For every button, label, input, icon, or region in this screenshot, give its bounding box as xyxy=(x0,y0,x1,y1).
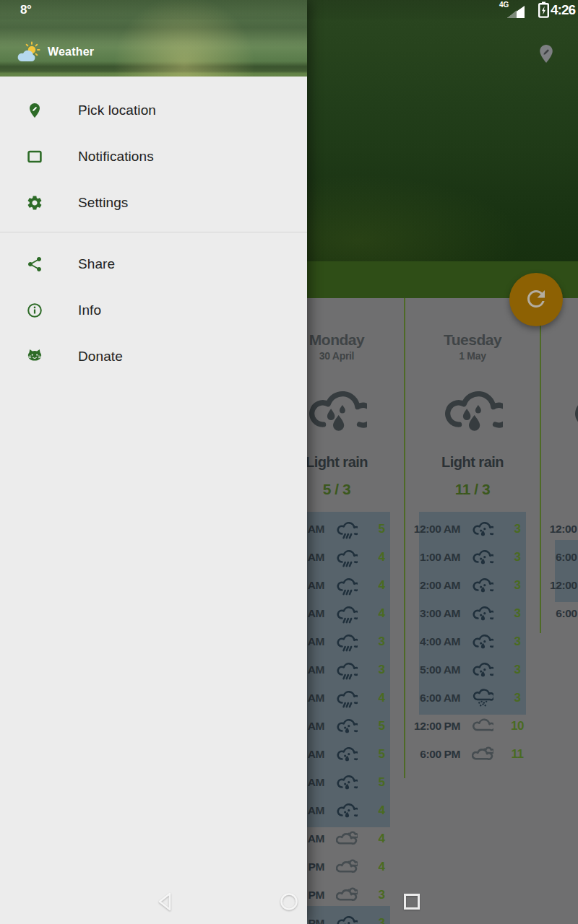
rain-icon xyxy=(332,546,361,568)
hour-temp: 3 xyxy=(504,571,530,599)
back-button[interactable] xyxy=(154,889,178,914)
hour-row: 6:00 AM3 xyxy=(405,684,540,712)
drawer-item-label: Settings xyxy=(78,195,128,211)
light-rain-icon xyxy=(468,602,497,624)
signal-strength-icon xyxy=(506,5,525,19)
hour-time: 6:00 PM xyxy=(405,740,460,768)
cloud-icon xyxy=(468,715,497,737)
recents-icon xyxy=(400,889,424,914)
high-low-temps: 11 / 3 xyxy=(405,481,540,498)
hour-temp: 4 xyxy=(368,543,394,571)
light-rain-icon xyxy=(332,912,361,924)
drawer-item-label: Notifications xyxy=(78,149,154,165)
hour-row: 12:00 AM3 xyxy=(405,515,540,543)
refresh-fab[interactable] xyxy=(509,273,563,326)
hour-temp: 3 xyxy=(368,881,394,909)
light-rain-icon xyxy=(468,630,497,653)
hour-temp: 5 xyxy=(368,740,394,768)
back-icon xyxy=(154,889,178,914)
cat-icon xyxy=(26,348,43,365)
light-rain-icon xyxy=(468,574,497,596)
day-column: 12:00 AM6:00 AM12:00 PM6:00 PM xyxy=(540,298,578,924)
hour-temp: 10 xyxy=(504,712,530,740)
hour-time: 12:00 PM xyxy=(405,712,460,740)
hour-temp: 4 xyxy=(368,824,394,853)
hour-temp: 5 xyxy=(368,768,394,796)
drawer-divider xyxy=(0,232,307,232)
hour-temp: 11 xyxy=(504,740,530,768)
hour-temp: 5 xyxy=(368,712,394,740)
drawer-item-label: Share xyxy=(78,256,115,272)
status-clock: 4:26 xyxy=(551,2,575,18)
pick-location-pin-icon[interactable] xyxy=(535,40,557,67)
hour-row: 12:00 PM xyxy=(540,571,578,599)
drawer-item-donate[interactable]: Donate xyxy=(0,334,307,380)
hour-time: 3:00 AM xyxy=(405,599,460,627)
cloudy-icon xyxy=(332,884,361,906)
hour-temp: 4 xyxy=(368,571,394,599)
hour-row: 4:00 AM3 xyxy=(405,627,540,655)
map-pin-edit-icon xyxy=(26,102,43,119)
settings-gear-icon xyxy=(26,194,43,212)
app-title: Weather xyxy=(48,45,94,58)
light-rain-icon xyxy=(468,518,497,540)
column-divider xyxy=(540,298,541,633)
hour-row: 3:00 AM3 xyxy=(405,599,540,627)
hour-temp: 4 xyxy=(368,853,394,881)
hour-temp: 3 xyxy=(368,655,394,684)
navigation-drawer: Weather Pick locationNotificationsSettin… xyxy=(0,0,307,924)
day-column-tuesday: Tuesday1 MayLight rain11 / 312:00 AM31:0… xyxy=(405,298,540,924)
light-rain-icon xyxy=(468,658,497,681)
hour-temp: 3 xyxy=(368,627,394,655)
hour-temp: 3 xyxy=(504,655,530,684)
light-rain-icon xyxy=(332,771,361,793)
drizzle-icon xyxy=(468,687,497,709)
hour-temp: 3 xyxy=(504,543,530,571)
light-rain-icon xyxy=(332,715,361,737)
light-rain-icon xyxy=(442,379,503,440)
hour-row: 5:00 AM3 xyxy=(405,655,540,684)
drawer-item-label: Pick location xyxy=(78,103,156,118)
hour-time: 12:00 PM xyxy=(540,571,578,599)
weather-app-screen: Monday30 AprilLight rain5 / 312:00 AM51:… xyxy=(0,0,578,924)
drawer-item-share[interactable]: Share xyxy=(0,241,307,287)
web-asset-icon xyxy=(26,148,43,165)
drawer-item-label: Donate xyxy=(78,349,123,365)
status-bar: 8° 4G 4:26 xyxy=(0,0,578,19)
hour-time: 6:00 AM xyxy=(405,684,460,712)
rain-icon xyxy=(332,630,361,653)
drawer-item-settings[interactable]: Settings xyxy=(0,180,307,226)
hour-row: 2:00 AM3 xyxy=(405,571,540,599)
column-divider xyxy=(404,298,405,778)
drawer-menu: Pick locationNotificationsSettingsShareI… xyxy=(0,77,307,380)
drawer-item-notifications[interactable]: Notifications xyxy=(0,134,307,180)
hour-temp: 4 xyxy=(368,599,394,627)
hour-time: 4:00 AM xyxy=(405,627,460,655)
hour-row: 12:00 AM xyxy=(540,515,578,543)
hour-temp: 3 xyxy=(368,909,394,924)
hour-time: 2:00 AM xyxy=(405,571,460,599)
home-button[interactable] xyxy=(277,889,301,914)
hour-temp: 4 xyxy=(368,796,394,824)
drawer-item-info[interactable]: Info xyxy=(0,287,307,334)
drawer-item-pick-location[interactable]: Pick location xyxy=(0,87,307,134)
rain-icon xyxy=(332,687,361,709)
refresh-icon xyxy=(523,286,549,314)
home-icon xyxy=(277,889,301,914)
rain-icon xyxy=(332,658,361,681)
light-rain-icon xyxy=(572,379,578,440)
light-rain-icon xyxy=(306,379,367,440)
cloudy-icon xyxy=(332,855,361,878)
recents-button[interactable] xyxy=(400,889,424,914)
cloudy-icon xyxy=(332,827,361,850)
share-icon xyxy=(26,256,43,273)
hour-time: 12:00 AM xyxy=(540,515,578,543)
hour-time: 6:00 AM xyxy=(540,543,578,571)
condition-label: Light rain xyxy=(405,454,540,471)
hour-row: 6:00 AM xyxy=(540,543,578,571)
hour-temp: 3 xyxy=(504,684,530,712)
hour-time: 12:00 AM xyxy=(405,515,460,543)
hour-temp: 4 xyxy=(368,684,394,712)
hour-time: 6:00 PM xyxy=(540,599,578,627)
hour-temp: 3 xyxy=(504,627,530,655)
